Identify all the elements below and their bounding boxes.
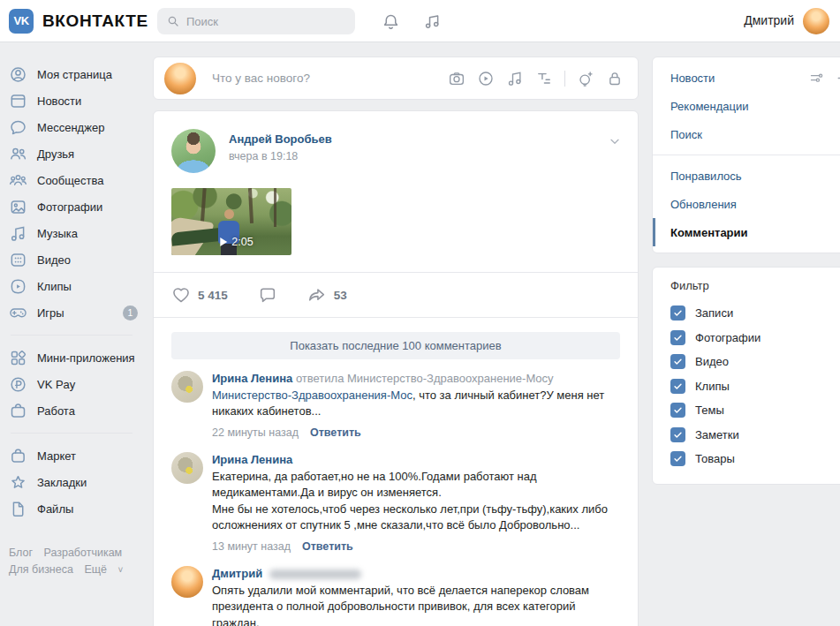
comment-mention-link[interactable]: Министерство-Здравоохранения-Мос	[212, 388, 412, 402]
lock-icon[interactable]	[606, 70, 624, 87]
sidebar-item-clips[interactable]: Клипы	[9, 273, 141, 299]
sidebar-item-label: Моя страница	[37, 68, 112, 81]
sidebar-item-my-page[interactable]: Моя страница	[9, 61, 141, 87]
composer-avatar[interactable]	[164, 63, 196, 94]
share-count: 53	[334, 289, 347, 302]
sidebar-item-bookmarks[interactable]: Закладки	[9, 469, 141, 495]
camera-icon[interactable]	[448, 70, 465, 87]
sidebar-item-label: Фотографии	[37, 200, 102, 214]
sliders-icon[interactable]	[809, 71, 824, 86]
footer-link-business[interactable]: Для бизнеса	[9, 563, 73, 576]
sidebar-item-label: Файлы	[37, 502, 73, 516]
sidebar-item-jobs[interactable]: Работа	[9, 397, 141, 424]
checkbox-checked-icon[interactable]	[670, 427, 685, 442]
article-icon[interactable]	[535, 70, 553, 87]
sidebar-item-vk-pay[interactable]: VK Pay	[9, 371, 141, 397]
comment-author-avatar[interactable]	[171, 371, 203, 403]
sidebar-item-news[interactable]: Новости	[9, 87, 141, 114]
plus-icon[interactable]	[836, 71, 840, 86]
comment-icon	[258, 285, 277, 305]
checkbox-checked-icon[interactable]	[670, 451, 685, 466]
sidebar-item-label: Новости	[37, 94, 81, 108]
top-bar: VK ВКОНТАКТЕ Дмитрий	[0, 0, 840, 42]
feed-menu-search[interactable]: Поиск	[653, 120, 840, 148]
sidebar-item-messenger[interactable]: Мессенджер	[9, 114, 141, 140]
footer-link-developers[interactable]: Разработчикам	[44, 547, 123, 559]
checkbox-checked-icon[interactable]	[670, 330, 685, 345]
comment-author-name[interactable]: Дмитрий	[212, 567, 262, 580]
filter-option-video[interactable]: Видео	[653, 350, 840, 374]
sidebar-item-label: Музыка	[37, 227, 78, 240]
comment-button[interactable]	[258, 285, 277, 305]
post-author-avatar[interactable]	[171, 129, 216, 173]
feed-menu-comments[interactable]: Комментарии	[653, 218, 840, 246]
sidebar-item-market[interactable]: Маркет	[9, 442, 141, 469]
footer-link-more[interactable]: Ещё ˅	[84, 563, 131, 576]
feed-menu-recommendations[interactable]: Рекомендации	[653, 92, 840, 120]
work-icon	[9, 402, 27, 420]
checkbox-checked-icon[interactable]	[670, 379, 685, 394]
sidebar-item-music[interactable]: Музыка	[9, 220, 141, 246]
brand-wordmark[interactable]: ВКОНТАКТЕ	[42, 11, 148, 31]
show-more-comments-button[interactable]: Показать последние 100 комментариев	[171, 332, 620, 359]
right-sidebar: Новости Рекомендации Поиск Понравилось О…	[652, 42, 840, 485]
footer-link-blog[interactable]: Блог	[9, 547, 33, 559]
sidebar-item-friends[interactable]: Друзья	[9, 140, 141, 167]
search-box[interactable]	[157, 8, 355, 34]
thumb-tree	[274, 188, 276, 227]
search-input[interactable]	[186, 15, 328, 28]
sidebar-item-photos[interactable]: Фотографии	[9, 193, 141, 220]
reply-link[interactable]: Ответить	[302, 539, 353, 555]
sidebar-item-games[interactable]: Игры 1	[9, 299, 141, 326]
music-note-icon[interactable]	[506, 70, 524, 87]
comment-author-avatar[interactable]	[171, 566, 203, 598]
post-timestamp[interactable]: вчера в 19:18	[229, 150, 332, 162]
filter-option-posts[interactable]: Записи	[653, 301, 840, 326]
composer-placeholder[interactable]: Что у вас нового?	[212, 72, 448, 85]
post-composer[interactable]: Что у вас нового?	[153, 57, 639, 100]
feed-menu-card: Новости Рекомендации Поиск Понравилось О…	[652, 57, 840, 253]
sidebar-item-label: VK Pay	[37, 378, 75, 391]
comment-author-avatar[interactable]	[171, 452, 203, 484]
feed-column: Что у вас нового?	[153, 42, 639, 626]
video-play-icon[interactable]	[477, 70, 495, 87]
comment: Ирина Ленина ответила Министерство-Здрав…	[171, 371, 620, 441]
post-author-name[interactable]: Андрей Воробьев	[229, 132, 332, 146]
music-icon[interactable]	[423, 12, 442, 31]
topbar-avatar[interactable]	[803, 8, 829, 34]
bell-icon[interactable]	[382, 12, 400, 31]
like-button[interactable]: 5 415	[171, 285, 228, 305]
feed-menu-updates[interactable]: Обновления	[653, 190, 840, 218]
vkpay-icon	[9, 375, 27, 394]
topbar-user-name[interactable]: Дмитрий	[744, 13, 794, 27]
idea-plus-icon[interactable]	[577, 70, 594, 87]
video-attachment[interactable]: 2:05	[171, 188, 291, 255]
feed-menu-news[interactable]: Новости	[653, 64, 840, 92]
feed-menu-liked[interactable]: Понравилось	[653, 162, 840, 190]
reply-link[interactable]: Ответить	[310, 425, 361, 441]
share-button[interactable]: 53	[307, 285, 347, 305]
vk-logo[interactable]: VK	[9, 9, 34, 34]
filter-option-clips[interactable]: Клипы	[653, 374, 840, 399]
filter-title: Фильтр	[653, 279, 840, 292]
comment-author-name[interactable]: Ирина Ленина	[212, 453, 292, 466]
checkbox-checked-icon[interactable]	[670, 305, 685, 321]
filter-option-notes[interactable]: Заметки	[653, 423, 840, 448]
post-actions: 5 415 53	[154, 273, 638, 317]
filter-option-goods[interactable]: Товары	[653, 447, 840, 471]
sidebar-item-files[interactable]: Файлы	[9, 495, 141, 522]
filter-option-topics[interactable]: Темы	[653, 398, 840, 423]
sidebar-item-video[interactable]: Видео	[9, 246, 141, 273]
composer-toolbar	[448, 70, 624, 87]
chevron-down-icon[interactable]	[608, 134, 622, 148]
sidebar-item-mini-apps[interactable]: Мини-приложения	[9, 344, 141, 371]
comment-author-name[interactable]: Ирина Ленина	[212, 372, 292, 385]
checkbox-checked-icon[interactable]	[670, 403, 685, 418]
photos-icon	[9, 198, 27, 216]
filter-option-photos[interactable]: Фотографии	[653, 326, 840, 351]
feed-menu-tools	[809, 71, 840, 86]
sidebar-item-communities[interactable]: Сообщества	[9, 167, 141, 193]
checkbox-checked-icon[interactable]	[670, 354, 685, 369]
comment-timestamp: 22 минуты назад	[212, 425, 299, 441]
bookmarks-icon	[9, 473, 27, 492]
